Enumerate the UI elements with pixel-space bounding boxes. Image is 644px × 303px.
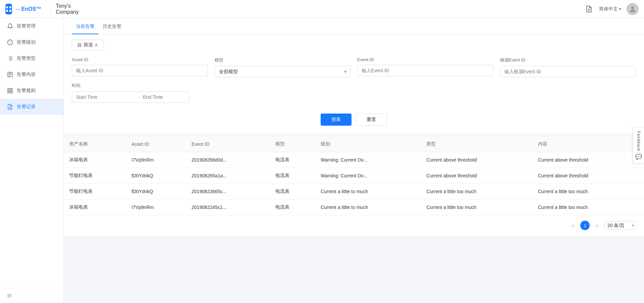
- language-label: 简体中文: [599, 6, 618, 12]
- filter-time-label: 时间: [72, 83, 636, 89]
- filter-group-root-event-id: 根源Event ID: [500, 57, 636, 77]
- svg-rect-1: [9, 6, 11, 8]
- alarm-content-icon: [7, 71, 13, 78]
- cell-type-0: Current above threshold: [421, 152, 532, 168]
- cell-content-0: Current above threshold: [533, 152, 644, 168]
- tab-current-alarm[interactable]: 当前告警: [72, 18, 99, 34]
- sidebar-item-alarm-record[interactable]: 告警记录: [0, 99, 63, 115]
- svg-rect-3: [9, 10, 11, 12]
- tab-bar: 当前告警 历史告警: [64, 18, 644, 34]
- table-row: 节能灯电表 fD0YdnkQ 20190823665c... 电流表 Curre…: [64, 184, 644, 200]
- cell-asset-name-3: 冰箱电表: [64, 200, 126, 215]
- event-id-input[interactable]: [357, 65, 493, 76]
- cell-type-2: Current a little too much: [421, 184, 532, 200]
- language-selector[interactable]: 简体中文 ▾: [599, 6, 621, 12]
- cell-content-1: Current above threshold: [533, 168, 644, 184]
- tab-history-alarm[interactable]: 历史告警: [99, 18, 125, 34]
- filter-group-model: 模型 全部模型 电流表 电压表: [215, 57, 351, 77]
- model-select[interactable]: 全部模型 电流表 电压表: [215, 66, 351, 77]
- page-1-button[interactable]: 1: [580, 221, 590, 230]
- cell-asset-id-0: I7Vp9nRm: [126, 152, 186, 168]
- feedback-text: Feedback: [636, 131, 641, 152]
- prev-page-button[interactable]: ‹: [568, 221, 578, 230]
- enos-logo: ··· EnOS™: [15, 5, 41, 13]
- main-layout: 告警管理 告警级别: [0, 0, 644, 303]
- next-page-button[interactable]: ›: [592, 221, 602, 230]
- cell-model-2: 电流表: [270, 184, 315, 200]
- root-event-id-input[interactable]: [500, 66, 636, 77]
- sidebar-collapse[interactable]: [0, 288, 63, 303]
- cell-content-3: Current a little too much: [533, 200, 644, 215]
- cell-type-1: Current above threshold: [421, 168, 532, 184]
- filter-section: ⊟ 筛选 ∧ Asset ID 模型 全部模型 电流表 电压表: [64, 34, 644, 134]
- alarm-record-icon: [7, 103, 13, 110]
- cell-event-id-1: 201908265a1a...: [186, 168, 270, 184]
- cell-asset-id-2: fD0YdnkQ: [126, 184, 186, 200]
- reset-button[interactable]: 重置: [356, 114, 387, 126]
- company-name: Tony's Company: [50, 3, 78, 15]
- sidebar: 告警管理 告警级别: [0, 18, 64, 303]
- page-size-wrapper: 20 条/页 50 条/页 100 条/页: [604, 221, 636, 230]
- document-icon[interactable]: [584, 4, 594, 14]
- time-range-input[interactable]: ~: [72, 91, 189, 103]
- filter-toggle-button[interactable]: ⊟ 筛选 ∧: [72, 40, 104, 50]
- sidebar-label-alarm-type: 告警类型: [17, 55, 36, 61]
- table-row: 冰箱电表 I7Vp9nRm 2019082245c1... 电流表 Curren…: [64, 200, 644, 215]
- svg-rect-0: [6, 6, 8, 8]
- chevron-down-icon: ▾: [619, 7, 621, 11]
- cell-level-0: Warning: Current Ov...: [315, 152, 421, 168]
- alarm-type-icon: [7, 55, 13, 62]
- cell-level-1: Warning: Current Ov...: [315, 168, 421, 184]
- cell-level-2: Current a little to much: [315, 184, 421, 200]
- header-right: 简体中文 ▾: [584, 3, 639, 15]
- table-header-row: 资产名称 Asset ID Event ID 模型 级别 类型 内容: [64, 136, 644, 152]
- col-header-event-id: Event ID: [186, 136, 270, 152]
- col-header-model: 模型: [270, 136, 315, 152]
- filter-label-asset-id: Asset ID: [72, 57, 208, 62]
- svg-rect-23: [8, 91, 9, 93]
- sidebar-label-alarm-mgmt: 告警管理: [17, 23, 36, 29]
- cell-content-2: Current a little too much: [533, 184, 644, 200]
- logo-area: ··· EnOS™ Tony's Company: [5, 3, 69, 15]
- table-body: 冰箱电表 I7Vp9nRm 201908266d0d... 电流表 Warnin…: [64, 152, 644, 215]
- search-button[interactable]: 搜索: [321, 114, 352, 126]
- table-row: 节能灯电表 fD0YdnkQ 201908265a1a... 电流表 Warni…: [64, 168, 644, 184]
- cell-asset-name-0: 冰箱电表: [64, 152, 126, 168]
- start-time-input[interactable]: [76, 94, 135, 100]
- time-separator: ~: [138, 94, 140, 100]
- asset-id-input[interactable]: [72, 65, 208, 76]
- end-time-input[interactable]: [143, 94, 202, 100]
- sidebar-item-alarm-rule[interactable]: 告警规则: [0, 83, 63, 99]
- app-grid-icon[interactable]: [5, 4, 12, 14]
- top-header: ··· EnOS™ Tony's Company 简体中文 ▾: [0, 0, 644, 18]
- col-header-type: 类型: [421, 136, 532, 152]
- svg-rect-2: [6, 10, 8, 12]
- page-size-select[interactable]: 20 条/页 50 条/页 100 条/页: [604, 221, 636, 230]
- alarm-level-icon: [7, 39, 13, 46]
- filter-group-asset-id: Asset ID: [72, 57, 208, 77]
- table-row: 冰箱电表 I7Vp9nRm 201908266d0d... 电流表 Warnin…: [64, 152, 644, 168]
- table-section: 资产名称 Asset ID Event ID 模型 级别 类型 内容 冰箱电表 …: [64, 134, 644, 235]
- cell-asset-id-1: fD0YdnkQ: [126, 168, 186, 184]
- cell-asset-name-1: 节能灯电表: [64, 168, 126, 184]
- cell-event-id-3: 2019082245c1...: [186, 200, 270, 215]
- feedback-tab[interactable]: Feedback 💬: [633, 127, 644, 164]
- filter-actions: 搜索 重置: [72, 108, 636, 134]
- cell-model-3: 电流表: [270, 200, 315, 215]
- cell-model-1: 电流表: [270, 168, 315, 184]
- sidebar-item-alarm-content[interactable]: 告警内容: [0, 67, 63, 83]
- col-header-level: 级别: [315, 136, 421, 152]
- col-header-asset-name: 资产名称: [64, 136, 126, 152]
- filter-label-root-event-id: 根源Event ID: [500, 57, 636, 63]
- feedback-icon: 💬: [635, 154, 642, 160]
- cell-event-id-0: 201908266d0d...: [186, 152, 270, 168]
- svg-rect-22: [11, 91, 12, 93]
- sidebar-item-alarm-type[interactable]: 告警类型: [0, 50, 63, 67]
- alarm-rule-icon: [7, 87, 13, 94]
- sidebar-item-alarm-mgmt[interactable]: 告警管理: [0, 18, 63, 34]
- col-header-asset-id: Asset ID: [126, 136, 186, 152]
- svg-point-6: [631, 6, 634, 9]
- filter-body: Asset ID 模型 全部模型 电流表 电压表 Event ID: [72, 50, 636, 83]
- user-avatar[interactable]: [627, 3, 639, 15]
- sidebar-item-alarm-level[interactable]: 告警级别: [0, 34, 63, 50]
